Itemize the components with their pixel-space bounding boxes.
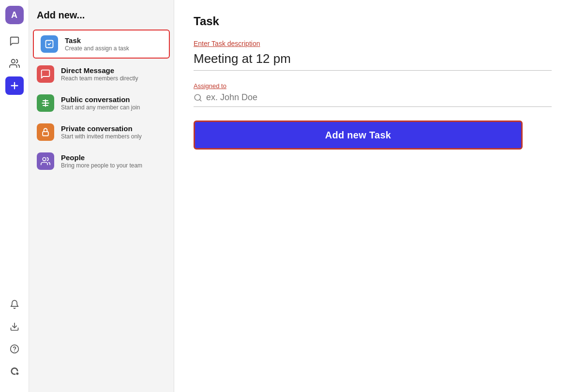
public-menu-desc: Start and any member can join: [61, 104, 140, 111]
private-menu-text: Private conversation Start with invited …: [61, 124, 142, 140]
svg-point-0: [11, 60, 15, 63]
search-icon: [194, 93, 202, 102]
menu-item-private[interactable]: Private conversation Start with invited …: [29, 118, 174, 147]
people-menu-title: People: [61, 153, 142, 162]
help-icon-btn[interactable]: [5, 340, 24, 358]
svg-line-15: [199, 99, 201, 101]
menu-panel: Add new... Task Create and assign a task…: [29, 0, 174, 392]
add-task-button[interactable]: Add new Task: [194, 121, 523, 150]
download-icon-btn[interactable]: [5, 317, 24, 336]
dm-menu-title: Direct Message: [61, 66, 138, 75]
private-menu-icon: [37, 123, 54, 141]
assigned-search-input[interactable]: [206, 92, 552, 103]
task-description-label[interactable]: Enter Task description: [194, 40, 552, 47]
settings-icon-btn[interactable]: [5, 362, 24, 380]
bell-icon-btn[interactable]: [5, 295, 24, 314]
menu-item-public[interactable]: Public conversation Start and any member…: [29, 89, 174, 118]
menu-item-dm[interactable]: Direct Message Reach team members direct…: [29, 60, 174, 89]
chat-icon-btn[interactable]: [5, 32, 24, 50]
svg-rect-12: [43, 132, 48, 136]
task-menu-text: Task Create and assign a task: [65, 36, 129, 52]
icon-bar: A: [0, 0, 29, 392]
public-menu-title: Public conversation: [61, 95, 140, 104]
task-menu-icon: [41, 35, 58, 53]
menu-title: Add new...: [29, 10, 174, 29]
svg-point-6: [16, 373, 18, 375]
task-menu-desc: Create and assign a task: [65, 45, 129, 52]
icon-bar-bottom: [5, 295, 24, 386]
public-menu-icon: [37, 94, 54, 112]
people-menu-desc: Bring more people to your team: [61, 162, 142, 169]
menu-item-people[interactable]: People Bring more people to your team: [29, 147, 174, 176]
menu-item-task[interactable]: Task Create and assign a task: [33, 30, 170, 59]
dm-menu-icon: [37, 65, 54, 83]
dm-menu-desc: Reach team members directly: [61, 75, 138, 82]
task-menu-title: Task: [65, 36, 129, 45]
people-menu-icon: [37, 152, 54, 170]
assigned-to-label: Assigned to: [194, 82, 552, 90]
private-menu-title: Private conversation: [61, 124, 142, 133]
add-icon-btn[interactable]: [5, 76, 24, 95]
task-description-input[interactable]: [194, 49, 552, 71]
page-title: Task: [194, 15, 552, 28]
public-menu-text: Public conversation Start and any member…: [61, 95, 140, 111]
private-menu-desc: Start with invited members only: [61, 133, 142, 140]
people-menu-text: People Bring more people to your team: [61, 153, 142, 169]
svg-point-13: [43, 158, 46, 161]
contacts-icon-btn[interactable]: [5, 54, 24, 73]
avatar[interactable]: A: [5, 6, 24, 24]
dm-menu-text: Direct Message Reach team members direct…: [61, 66, 138, 82]
main-content: Task Enter Task description Assigned to …: [174, 0, 571, 392]
assigned-search-row: [194, 92, 552, 107]
